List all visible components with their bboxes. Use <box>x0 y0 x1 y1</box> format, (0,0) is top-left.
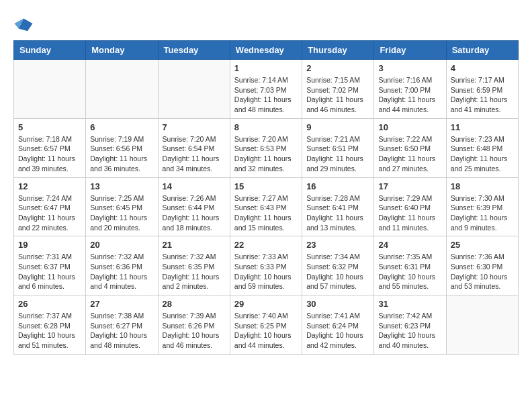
day-info: Sunrise: 7:41 AM Sunset: 6:24 PM Dayligh… <box>306 311 369 351</box>
day-info: Sunrise: 7:14 AM Sunset: 7:03 PM Dayligh… <box>234 75 298 115</box>
day-number: 5 <box>18 122 81 132</box>
day-of-week-header: Monday <box>86 41 158 60</box>
calendar-week-row: 1Sunrise: 7:14 AM Sunset: 7:03 PM Daylig… <box>14 60 519 119</box>
calendar-day-cell: 20Sunrise: 7:32 AM Sunset: 6:36 PM Dayli… <box>86 236 158 295</box>
day-number: 27 <box>90 299 153 309</box>
calendar-day-cell: 6Sunrise: 7:19 AM Sunset: 6:56 PM Daylig… <box>86 118 158 177</box>
day-of-week-header: Tuesday <box>158 41 230 60</box>
calendar-day-cell: 8Sunrise: 7:20 AM Sunset: 6:53 PM Daylig… <box>230 118 302 177</box>
page-header <box>13 13 519 34</box>
calendar-day-cell: 30Sunrise: 7:41 AM Sunset: 6:24 PM Dayli… <box>302 295 374 355</box>
day-of-week-header: Sunday <box>14 41 86 60</box>
day-info: Sunrise: 7:16 AM Sunset: 7:00 PM Dayligh… <box>378 75 441 115</box>
calendar-table: SundayMondayTuesdayWednesdayThursdayFrid… <box>13 40 519 355</box>
calendar-day-cell: 19Sunrise: 7:31 AM Sunset: 6:37 PM Dayli… <box>14 236 86 295</box>
day-info: Sunrise: 7:19 AM Sunset: 6:56 PM Dayligh… <box>90 134 153 174</box>
calendar-day-cell: 26Sunrise: 7:37 AM Sunset: 6:28 PM Dayli… <box>14 295 86 355</box>
day-info: Sunrise: 7:28 AM Sunset: 6:41 PM Dayligh… <box>306 193 369 233</box>
calendar-day-cell: 15Sunrise: 7:27 AM Sunset: 6:43 PM Dayli… <box>230 177 302 236</box>
calendar-day-cell: 16Sunrise: 7:28 AM Sunset: 6:41 PM Dayli… <box>302 177 374 236</box>
day-number: 15 <box>234 181 298 191</box>
calendar-day-cell: 27Sunrise: 7:38 AM Sunset: 6:27 PM Dayli… <box>86 295 158 355</box>
day-info: Sunrise: 7:18 AM Sunset: 6:57 PM Dayligh… <box>18 134 81 174</box>
calendar-day-cell: 3Sunrise: 7:16 AM Sunset: 7:00 PM Daylig… <box>374 60 446 119</box>
day-number: 9 <box>306 122 369 132</box>
day-info: Sunrise: 7:33 AM Sunset: 6:33 PM Dayligh… <box>234 252 298 291</box>
calendar-day-cell: 18Sunrise: 7:30 AM Sunset: 6:39 PM Dayli… <box>446 177 518 236</box>
day-number: 24 <box>378 240 441 250</box>
day-number: 3 <box>378 63 441 73</box>
calendar-day-cell: 14Sunrise: 7:26 AM Sunset: 6:44 PM Dayli… <box>158 177 230 236</box>
day-info: Sunrise: 7:17 AM Sunset: 6:59 PM Dayligh… <box>451 75 514 115</box>
day-info: Sunrise: 7:32 AM Sunset: 6:35 PM Dayligh… <box>163 252 226 291</box>
logo-icon <box>13 13 34 34</box>
calendar-header-row: SundayMondayTuesdayWednesdayThursdayFrid… <box>14 41 519 60</box>
day-info: Sunrise: 7:21 AM Sunset: 6:51 PM Dayligh… <box>306 134 369 174</box>
day-info: Sunrise: 7:23 AM Sunset: 6:48 PM Dayligh… <box>451 134 514 174</box>
day-number: 13 <box>90 181 153 191</box>
calendar-day-cell <box>446 295 518 355</box>
day-number: 14 <box>163 181 226 191</box>
day-info: Sunrise: 7:22 AM Sunset: 6:50 PM Dayligh… <box>378 134 441 174</box>
day-number: 25 <box>451 240 514 250</box>
day-of-week-header: Wednesday <box>230 41 302 60</box>
day-number: 19 <box>18 240 81 250</box>
day-number: 26 <box>18 299 81 309</box>
day-number: 2 <box>306 63 369 73</box>
calendar-week-row: 19Sunrise: 7:31 AM Sunset: 6:37 PM Dayli… <box>14 236 519 295</box>
day-number: 1 <box>234 63 298 73</box>
day-info: Sunrise: 7:30 AM Sunset: 6:39 PM Dayligh… <box>451 193 514 233</box>
calendar-day-cell: 4Sunrise: 7:17 AM Sunset: 6:59 PM Daylig… <box>446 60 518 119</box>
day-info: Sunrise: 7:20 AM Sunset: 6:54 PM Dayligh… <box>163 134 226 174</box>
calendar-day-cell <box>86 60 158 119</box>
day-info: Sunrise: 7:32 AM Sunset: 6:36 PM Dayligh… <box>90 252 153 291</box>
calendar-day-cell: 2Sunrise: 7:15 AM Sunset: 7:02 PM Daylig… <box>302 60 374 119</box>
day-info: Sunrise: 7:24 AM Sunset: 6:47 PM Dayligh… <box>18 193 81 233</box>
day-info: Sunrise: 7:37 AM Sunset: 6:28 PM Dayligh… <box>18 311 81 351</box>
calendar-day-cell: 23Sunrise: 7:34 AM Sunset: 6:32 PM Dayli… <box>302 236 374 295</box>
day-number: 23 <box>306 240 369 250</box>
calendar-day-cell: 11Sunrise: 7:23 AM Sunset: 6:48 PM Dayli… <box>446 118 518 177</box>
logo <box>13 13 36 34</box>
calendar-day-cell: 22Sunrise: 7:33 AM Sunset: 6:33 PM Dayli… <box>230 236 302 295</box>
day-number: 12 <box>18 181 81 191</box>
calendar-day-cell: 17Sunrise: 7:29 AM Sunset: 6:40 PM Dayli… <box>374 177 446 236</box>
day-info: Sunrise: 7:38 AM Sunset: 6:27 PM Dayligh… <box>90 311 153 351</box>
day-info: Sunrise: 7:29 AM Sunset: 6:40 PM Dayligh… <box>378 193 441 233</box>
calendar-day-cell: 25Sunrise: 7:36 AM Sunset: 6:30 PM Dayli… <box>446 236 518 295</box>
day-number: 4 <box>451 63 514 73</box>
calendar-day-cell: 10Sunrise: 7:22 AM Sunset: 6:50 PM Dayli… <box>374 118 446 177</box>
day-info: Sunrise: 7:26 AM Sunset: 6:44 PM Dayligh… <box>163 193 226 233</box>
calendar-day-cell <box>158 60 230 119</box>
calendar-day-cell: 13Sunrise: 7:25 AM Sunset: 6:45 PM Dayli… <box>86 177 158 236</box>
day-number: 21 <box>163 240 226 250</box>
day-info: Sunrise: 7:25 AM Sunset: 6:45 PM Dayligh… <box>90 193 153 233</box>
day-number: 16 <box>306 181 369 191</box>
day-number: 11 <box>451 122 514 132</box>
day-number: 8 <box>234 122 298 132</box>
calendar-day-cell: 9Sunrise: 7:21 AM Sunset: 6:51 PM Daylig… <box>302 118 374 177</box>
day-info: Sunrise: 7:40 AM Sunset: 6:25 PM Dayligh… <box>234 311 298 351</box>
calendar-day-cell: 29Sunrise: 7:40 AM Sunset: 6:25 PM Dayli… <box>230 295 302 355</box>
day-number: 6 <box>90 122 153 132</box>
calendar-day-cell: 24Sunrise: 7:35 AM Sunset: 6:31 PM Dayli… <box>374 236 446 295</box>
day-info: Sunrise: 7:42 AM Sunset: 6:23 PM Dayligh… <box>378 311 441 351</box>
day-of-week-header: Thursday <box>302 41 374 60</box>
day-number: 18 <box>451 181 514 191</box>
day-number: 29 <box>234 299 298 309</box>
day-info: Sunrise: 7:39 AM Sunset: 6:26 PM Dayligh… <box>163 311 226 351</box>
day-info: Sunrise: 7:15 AM Sunset: 7:02 PM Dayligh… <box>306 75 369 115</box>
calendar-day-cell: 1Sunrise: 7:14 AM Sunset: 7:03 PM Daylig… <box>230 60 302 119</box>
day-of-week-header: Saturday <box>446 41 518 60</box>
day-number: 10 <box>378 122 441 132</box>
day-of-week-header: Friday <box>374 41 446 60</box>
calendar-day-cell: 21Sunrise: 7:32 AM Sunset: 6:35 PM Dayli… <box>158 236 230 295</box>
day-info: Sunrise: 7:20 AM Sunset: 6:53 PM Dayligh… <box>234 134 298 174</box>
calendar-day-cell: 31Sunrise: 7:42 AM Sunset: 6:23 PM Dayli… <box>374 295 446 355</box>
day-info: Sunrise: 7:34 AM Sunset: 6:32 PM Dayligh… <box>306 252 369 291</box>
day-number: 17 <box>378 181 441 191</box>
calendar-day-cell: 5Sunrise: 7:18 AM Sunset: 6:57 PM Daylig… <box>14 118 86 177</box>
day-number: 20 <box>90 240 153 250</box>
day-number: 28 <box>163 299 226 309</box>
day-info: Sunrise: 7:31 AM Sunset: 6:37 PM Dayligh… <box>18 252 81 291</box>
